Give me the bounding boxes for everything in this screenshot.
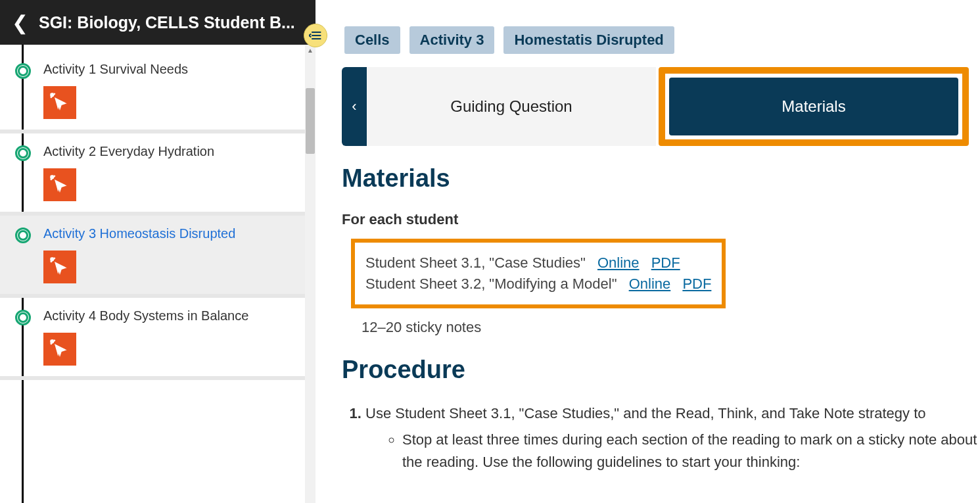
interactive-activity-icon[interactable] — [43, 86, 76, 119]
crumb-activity-3[interactable]: Activity 3 — [409, 26, 495, 54]
sheet-pdf-link[interactable]: PDF — [682, 275, 711, 292]
breadcrumbs: Cells Activity 3 Homestatis Disrupted — [344, 26, 980, 54]
tab-previous-button[interactable]: ‹ — [342, 67, 367, 146]
sidebar-activity-item[interactable]: Activity 1 Survival Needs — [0, 51, 315, 133]
activity-label: Activity 4 Body Systems in Balance — [43, 308, 302, 323]
tab-materials[interactable]: Materials — [669, 78, 958, 135]
crumb-homeostasis-disrupted[interactable]: Homestatis Disrupted — [503, 26, 674, 54]
procedure-list: Use Student Sheet 3.1, "Case Studies," a… — [365, 402, 980, 473]
tab-bar: ‹ Guiding Question Materials — [342, 67, 980, 146]
materials-tab-highlight: Materials — [659, 67, 969, 146]
main-content: Cells Activity 3 Homestatis Disrupted ‹ … — [315, 0, 980, 503]
interactive-activity-icon[interactable] — [43, 333, 76, 366]
activity-label: Activity 1 Survival Needs — [43, 62, 302, 77]
timeline-marker-icon — [15, 145, 31, 161]
timeline-marker-icon — [15, 63, 31, 79]
sidebar-title: SGI: Biology, CELLS Student B... — [39, 13, 295, 32]
procedure-substeps: Stop at least three times during each se… — [402, 429, 980, 473]
timeline-marker-icon — [15, 310, 31, 325]
sheet-online-link[interactable]: Online — [597, 254, 640, 271]
activity-label: Activity 3 Homeostasis Disrupted — [43, 226, 302, 241]
sidebar: ❮ SGI: Biology, CELLS Student B... Activ… — [0, 0, 315, 503]
student-sheets-highlight: Student Sheet 3.1, "Case Studies" Online… — [351, 239, 726, 308]
sheet-online-link[interactable]: Online — [629, 275, 671, 292]
procedure-substep: Stop at least three times during each se… — [402, 429, 980, 473]
sheet-pdf-link[interactable]: PDF — [651, 254, 680, 271]
student-sheet-text: Student Sheet 3.1, "Case Studies" — [365, 254, 586, 271]
for-each-student-label: For each student — [342, 211, 980, 228]
student-sheet-row: Student Sheet 3.1, "Case Studies" Online… — [365, 254, 711, 272]
interactive-activity-icon[interactable] — [43, 168, 76, 201]
activity-list: Activity 1 Survival NeedsActivity 2 Ever… — [0, 51, 315, 380]
crumb-cells[interactable]: Cells — [344, 26, 400, 54]
sidebar-activity-item[interactable]: Activity 4 Body Systems in Balance — [0, 298, 315, 380]
sidebar-body: Activity 1 Survival NeedsActivity 2 Ever… — [0, 45, 315, 503]
collapse-sidebar-button[interactable] — [304, 24, 327, 47]
tab-guiding-question[interactable]: Guiding Question — [367, 67, 656, 146]
sidebar-scrollbar[interactable]: ▲ — [305, 45, 315, 503]
back-icon[interactable]: ❮ — [12, 11, 28, 34]
activity-label: Activity 2 Everyday Hydration — [43, 144, 302, 159]
procedure-step-1-text: Use Student Sheet 3.1, "Case Studies," a… — [365, 405, 926, 421]
sidebar-activity-item[interactable]: Activity 2 Everyday Hydration — [0, 133, 315, 216]
sidebar-activity-item[interactable]: Activity 3 Homeostasis Disrupted — [0, 216, 315, 298]
procedure-step-1: Use Student Sheet 3.1, "Case Studies," a… — [365, 402, 980, 473]
student-sheet-text: Student Sheet 3.2, "Modifying a Model" — [365, 275, 617, 292]
student-sheet-row: Student Sheet 3.2, "Modifying a Model" O… — [365, 275, 711, 293]
scroll-thumb[interactable] — [306, 88, 315, 154]
materials-heading: Materials — [342, 164, 980, 193]
procedure-heading: Procedure — [342, 356, 980, 384]
sticky-notes-line: 12–20 sticky notes — [362, 319, 980, 336]
timeline-marker-icon — [15, 228, 31, 243]
sidebar-header: ❮ SGI: Biology, CELLS Student B... — [0, 0, 315, 45]
interactive-activity-icon[interactable] — [43, 251, 76, 283]
collapse-left-icon — [309, 29, 322, 42]
